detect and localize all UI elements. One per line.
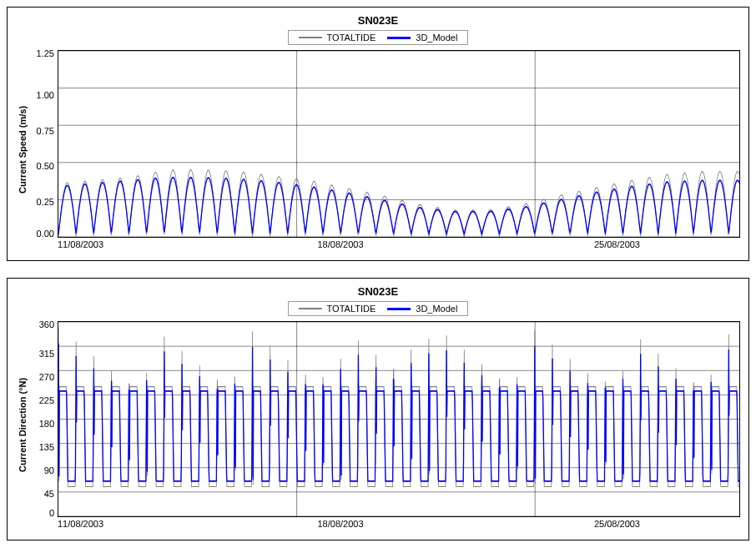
legend-swatch	[387, 308, 411, 310]
direction-chart-panel: SN023E TOTALTIDE 3D_Model Current Direct…	[7, 278, 749, 540]
x-ticks: 11/08/2003 18/08/2003 25/08/2003	[29, 519, 740, 529]
legend-item-totaltide: TOTALTIDE	[299, 304, 376, 314]
legend-item-3dmodel: 3D_Model	[387, 33, 457, 43]
y-ticks: 360 315 270 225 180 135 90 45 0	[29, 321, 58, 517]
speed-chart-panel: SN023E TOTALTIDE 3D_Model Current Speed …	[7, 7, 749, 261]
chart-title: SN023E	[16, 285, 740, 298]
legend: TOTALTIDE 3D_Model	[288, 30, 469, 45]
chart-body: Current Speed (m/s) 1.25 1.00 0.75 0.50 …	[16, 50, 740, 249]
legend: TOTALTIDE 3D_Model	[288, 301, 469, 316]
x-ticks: 11/08/2003 18/08/2003 25/08/2003	[29, 239, 740, 249]
legend-swatch	[299, 37, 322, 38]
legend-label: TOTALTIDE	[327, 304, 376, 314]
legend-swatch	[299, 308, 322, 309]
legend-item-totaltide: TOTALTIDE	[299, 33, 376, 43]
legend-label: TOTALTIDE	[327, 33, 376, 43]
y-axis-label: Current Direction (°N)	[16, 321, 29, 529]
chart-title: SN023E	[16, 14, 740, 27]
y-ticks: 1.25 1.00 0.75 0.50 0.25 0.00	[29, 50, 58, 238]
y-axis-label: Current Speed (m/s)	[16, 50, 29, 249]
plot-area-speed	[58, 50, 740, 238]
legend-item-3dmodel: 3D_Model	[387, 304, 457, 314]
legend-label: 3D_Model	[416, 304, 457, 314]
chart-body: Current Direction (°N) 360 315 270 225 1…	[16, 321, 740, 529]
legend-swatch	[387, 37, 411, 39]
plot-area-direction	[58, 321, 740, 517]
legend-label: 3D_Model	[416, 33, 457, 43]
